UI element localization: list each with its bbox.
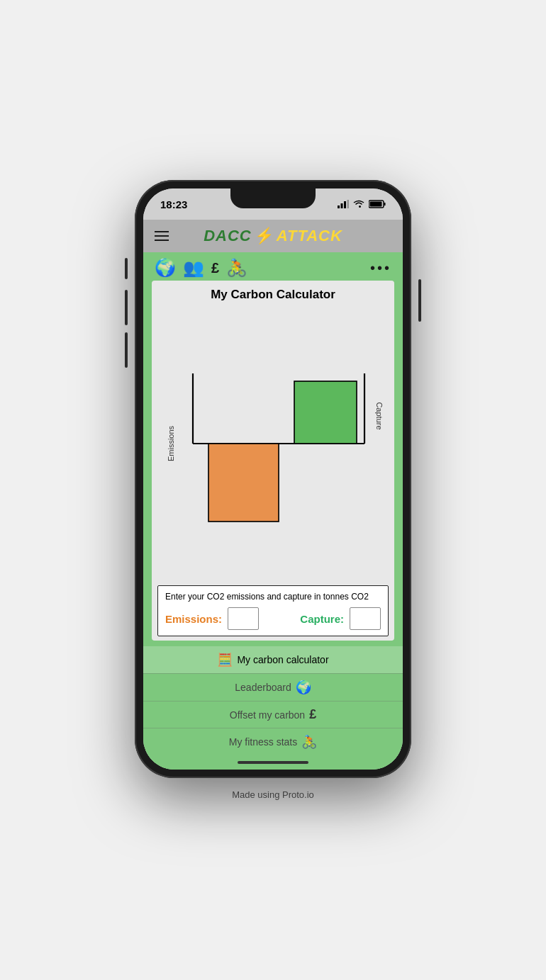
main-content: 🌍 👥 £ 🚴 ••• My Carbon Calculator	[143, 252, 403, 770]
nav-label-leaderboard: Leaderboard	[235, 682, 291, 693]
nav-label-offset: Offset my carbon	[230, 709, 305, 721]
nav-item-fitness[interactable]: My fitness stats 🚴	[143, 728, 403, 755]
card-inner: My Carbon Calculator Emissions Capture	[152, 281, 394, 641]
home-bar	[238, 761, 308, 764]
signal-icon	[338, 200, 349, 208]
fitness-bike-icon: 🚴	[301, 734, 317, 750]
volume-up-button	[125, 290, 128, 325]
offset-pound-icon: £	[309, 707, 316, 722]
emissions-input-label: Emissions:	[165, 613, 222, 625]
input-description: Enter your CO2 emissions and capture in …	[165, 592, 381, 602]
svg-rect-3	[347, 200, 350, 208]
capture-bar	[294, 381, 357, 444]
emissions-axis-label: Emissions	[167, 426, 175, 461]
nav-label-fitness: My fitness stats	[229, 736, 297, 748]
input-section: Enter your CO2 emissions and capture in …	[157, 585, 389, 636]
emissions-bar	[208, 444, 279, 522]
volume-down-button	[125, 332, 128, 368]
power-button	[418, 279, 421, 322]
svg-rect-5	[384, 203, 386, 205]
capture-input[interactable]	[350, 607, 381, 630]
phone-notch	[230, 188, 316, 208]
mute-button	[125, 258, 128, 279]
title-attack: ATTACK	[277, 227, 342, 245]
card-title: My Carbon Calculator	[152, 281, 394, 306]
bottom-nav: 🧮 My carbon calculator Leaderboard 🌍 Off…	[143, 646, 403, 770]
wifi-icon	[353, 200, 364, 208]
capture-axis-label: Capture	[374, 402, 383, 430]
calculator-icon: 🧮	[217, 652, 233, 668]
pound-icon[interactable]: £	[211, 260, 219, 276]
nav-label-calculator: My carbon calculator	[237, 654, 328, 665]
status-time: 18:23	[160, 198, 187, 210]
card-top-icons: 🌍 👥 £ 🚴 •••	[152, 258, 394, 278]
hamburger-menu[interactable]	[155, 231, 169, 241]
svg-rect-2	[344, 201, 346, 208]
chart-svg	[177, 306, 380, 581]
svg-rect-0	[338, 205, 340, 208]
bolt-icon: ⚡	[255, 227, 274, 245]
battery-icon	[369, 200, 386, 208]
svg-rect-1	[341, 203, 343, 208]
input-row: Emissions: Capture:	[165, 607, 381, 630]
nav-item-leaderboard[interactable]: Leaderboard 🌍	[143, 673, 403, 701]
nav-item-offset[interactable]: Offset my carbon £	[143, 701, 403, 728]
status-icons	[338, 200, 386, 208]
card: 🌍 👥 £ 🚴 ••• My Carbon Calculator	[143, 252, 403, 646]
svg-rect-6	[370, 202, 382, 207]
phone-screen: 18:23	[143, 188, 403, 770]
emissions-input[interactable]	[228, 607, 259, 630]
app-header: DACC ⚡ ATTACK	[143, 220, 403, 252]
nav-icons: 🌍 👥 £ 🚴	[155, 258, 247, 278]
capture-input-label: Capture:	[300, 613, 344, 625]
leaderboard-globe-icon: 🌍	[296, 680, 311, 695]
bike-icon[interactable]: 🚴	[226, 258, 247, 278]
app-title: DACC ⚡ ATTACK	[204, 227, 342, 245]
title-dacc: DACC	[204, 227, 252, 245]
phone-frame: 18:23	[135, 180, 411, 778]
footer-text: Made using Proto.io	[232, 789, 314, 800]
people-icon[interactable]: 👥	[183, 258, 204, 278]
chart-container: Emissions Capture	[152, 306, 394, 581]
globe-icon[interactable]: 🌍	[155, 258, 176, 278]
more-menu[interactable]: •••	[370, 260, 391, 276]
nav-item-calculator[interactable]: 🧮 My carbon calculator	[143, 646, 403, 673]
home-indicator	[143, 755, 403, 770]
